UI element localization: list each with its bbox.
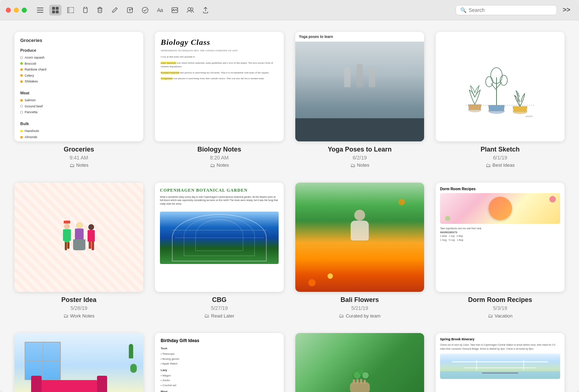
svg-rect-11 [98,8,102,13]
folder-icon-yoga: 🗂 [350,162,355,168]
note-title-biology: Biology Notes [197,146,241,153]
note-folder-dorm-room-recipes: 🗂 Vacation [488,313,513,319]
checkmark-button[interactable] [139,5,151,16]
note-thumbnail-spring-brook: Spring Brook Itinerary Check out of room… [436,333,565,392]
note-card-biology[interactable]: Biology Class APPROPRIATE TECHNIQUES (RT… [155,32,284,168]
search-icon: 🔍 [460,7,466,13]
svg-rect-6 [56,10,59,13]
svg-text:sketch: sketch [525,115,533,118]
note-folder-groceries: 🗂 Notes [69,162,89,168]
note-thumbnail-biology: Biology Class APPROPRIATE TECHNIQUES (RT… [155,32,284,141]
note-card-spring-brook[interactable]: Spring Brook Itinerary Check out of room… [436,333,565,392]
note-thumbnail-cbg: COPENHAGEN BOTANICAL GARDEN What a wonde… [155,183,284,292]
note-card-birthday-gifts[interactable]: Birthday Gift Ideas Tech • Telescope • B… [155,333,284,392]
hamburger-menu-button[interactable] [34,5,46,15]
note-thumbnail-plants-hand [295,333,424,392]
traffic-lights [6,8,27,13]
note-thumbnail-birthday-gifts: Birthday Gift Ideas Tech • Telescope • B… [155,333,284,392]
trash-button[interactable] [94,5,106,16]
toolbar: Aa 🔍 >> [0,0,579,20]
gallery-grid: Groceries Produce Acorn squash Broccoli … [14,32,565,392]
share-dropdown-button[interactable] [124,5,136,16]
note-date-poster-idea: 5/28/19 [71,305,88,311]
folder-icon-dorm-room-recipes: 🗂 [488,313,493,319]
note-date-yoga: 6/2/19 [353,155,367,161]
note-folder-cbg: 🗂 Read Later [204,313,234,319]
svg-point-18 [131,8,133,10]
svg-rect-3 [52,7,55,10]
note-card-plant-sketch[interactable]: sketch Plant Sketch 6/1/19 🗂 Best Ideas [436,32,565,168]
folder-icon-groceries: 🗂 [69,162,75,168]
note-card-groceries[interactable]: Groceries Produce Acorn squash Broccoli … [14,32,143,168]
grid-view-button[interactable] [49,5,62,16]
note-thumbnail-bali-flowers [295,183,424,292]
note-thumbnail-poster-idea [14,183,143,292]
folder-icon-bali-flowers: 🗂 [339,313,344,319]
svg-line-30 [496,82,502,88]
more-button[interactable]: >> [560,5,573,15]
note-thumbnail-yoga: Yoga poses to learn Practice Headstand (… [295,32,424,141]
note-date-biology: 8:20 AM [210,155,228,161]
svg-line-28 [491,84,496,90]
note-thumbnail-room-sketch [14,333,143,392]
folder-icon-biology: 🗂 [210,162,215,168]
note-folder-bali-flowers: 🗂 Curated by team [339,313,380,319]
note-card-poster-idea[interactable]: Poster Idea 5/28/19 🗂 Work Notes [14,183,143,319]
svg-rect-5 [52,10,55,13]
search-input[interactable] [469,7,552,13]
sidebar-toggle-button[interactable] [64,5,77,15]
search-bar[interactable]: 🔍 [456,5,557,15]
note-card-dorm-room-recipes[interactable]: Dorm Room Recipes Take ingredients and m… [436,183,565,319]
svg-point-29 [486,77,493,87]
note-title-groceries: Groceries [64,146,94,153]
note-folder-plant-sketch: 🗂 Best Ideas [486,162,515,168]
maximize-button[interactable] [22,8,27,13]
minimize-button[interactable] [14,8,19,13]
note-thumbnail-groceries: Groceries Produce Acorn squash Broccoli … [14,32,143,141]
compose-button[interactable] [109,5,121,16]
note-title-yoga: Yoga Poses to Learn [328,146,392,153]
note-title-plant-sketch: Plant Sketch [481,146,520,153]
note-date-groceries: 9:41 AM [69,155,88,161]
font-button[interactable]: Aa [154,5,166,15]
svg-rect-13 [99,7,101,8]
folder-icon-cbg: 🗂 [204,313,209,319]
note-title-cbg: CBG [212,296,227,304]
note-card-cbg[interactable]: COPENHAGEN BOTANICAL GARDEN What a wonde… [155,183,284,319]
folder-icon-poster-idea: 🗂 [63,313,68,319]
folder-icon-plant-sketch: 🗂 [486,162,491,168]
svg-rect-1 [37,10,43,10]
svg-rect-0 [37,8,43,8]
svg-rect-10 [84,7,86,8]
note-card-yoga[interactable]: Yoga poses to learn Practice Headstand (… [295,32,424,168]
clipboard-button[interactable] [80,5,91,16]
svg-point-19 [142,7,148,13]
note-title-poster-idea: Poster Idea [61,296,96,304]
note-thumbnail-plant-sketch: sketch [436,32,565,141]
note-title-bali-flowers: Bali Flowers [341,296,379,304]
main-window: Aa 🔍 >> Groceries Produce Acorn squ [0,0,579,392]
main-content: Groceries Produce Acorn squash Broccoli … [0,20,579,392]
note-card-plants-hand[interactable] [295,333,424,392]
note-date-dorm-room-recipes: 5/3/19 [493,305,507,311]
note-folder-yoga: 🗂 Notes [350,162,369,168]
note-thumbnail-dorm-room-recipes: Dorm Room Recipes Take ingredients and m… [436,183,565,292]
note-date-plant-sketch: 6/1/19 [493,155,507,161]
collab-button[interactable] [184,5,197,15]
note-date-cbg: 5/27/19 [211,305,228,311]
note-card-room-sketch[interactable] [14,333,143,392]
note-date-bali-flowers: 5/21/19 [351,305,368,311]
note-folder-biology: 🗂 Notes [210,162,229,168]
svg-rect-4 [56,7,59,10]
svg-rect-2 [37,12,43,13]
note-folder-poster-idea: 🗂 Work Notes [63,313,95,319]
close-button[interactable] [6,8,11,13]
svg-rect-8 [67,7,69,13]
note-card-bali-flowers[interactable]: Bali Flowers 5/21/19 🗂 Curated by team [295,183,424,319]
note-title-dorm-room-recipes: Dorm Room Recipes [468,296,532,304]
export-button[interactable] [200,5,211,16]
image-button[interactable] [169,5,181,15]
